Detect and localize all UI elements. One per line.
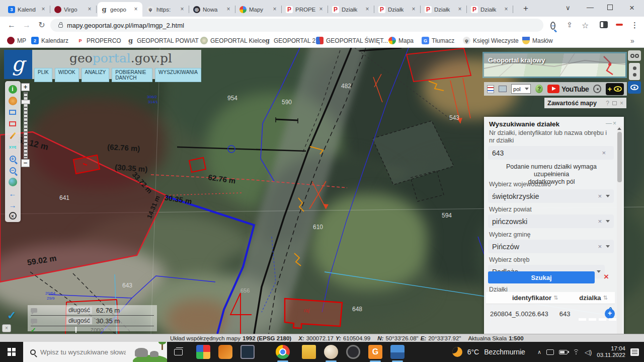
comment-icon[interactable] xyxy=(31,308,37,313)
parcel-number-input[interactable] xyxy=(492,149,593,157)
map-viewport[interactable]: 51.12 m (62.76 m) (30.35 m) 33.72 m 62.7… xyxy=(0,48,644,334)
scroll-up-icon[interactable] xyxy=(617,127,621,130)
bookmark-properco[interactable]: P PROPERCO xyxy=(76,35,121,46)
chevron-down-icon[interactable] xyxy=(597,270,601,273)
new-tab-button[interactable]: + xyxy=(523,4,528,14)
tab-properco[interactable]: P PROPE × xyxy=(283,2,328,17)
comment-icon[interactable] xyxy=(31,319,37,323)
tab-dzialki-2[interactable]: P Działk × xyxy=(375,2,420,17)
pan-tool[interactable] xyxy=(8,96,18,106)
accept-measurement-icon[interactable]: ✓ xyxy=(7,309,16,322)
tab-kalendarz[interactable]: 3 Kalend × xyxy=(5,2,50,17)
binoculars-button[interactable] xyxy=(628,50,641,61)
zoom-slider-handle[interactable] xyxy=(21,100,30,104)
display-tray-icon[interactable] xyxy=(546,349,554,355)
add-parcel-icon[interactable]: + xyxy=(605,309,615,319)
app-photos-grid[interactable] xyxy=(196,345,210,359)
bookmark-geoportal-2[interactable]: g GEOPORTAL 2 xyxy=(264,35,315,46)
taskbar-search[interactable] xyxy=(23,342,167,362)
tab-https[interactable]: ψ https: × xyxy=(144,2,189,17)
full-extent-tool[interactable] xyxy=(8,177,18,187)
tab-close-icon[interactable]: × xyxy=(271,6,278,13)
menu-wyszukiwania[interactable]: WYSZUKIWANIA xyxy=(155,68,201,82)
tab-close-icon[interactable]: × xyxy=(132,6,139,13)
app-image-viewer[interactable] xyxy=(240,345,255,359)
tab-virgo[interactable]: Virgo × xyxy=(51,2,96,17)
commune-select[interactable]: Pińczów × xyxy=(488,240,614,253)
bookmark-geoportal-swietokrzyskie[interactable]: GEOPORTAL ŚWIĘT... xyxy=(316,35,388,46)
layers-restore-icon[interactable] xyxy=(612,101,617,105)
tab-close-icon[interactable]: × xyxy=(456,6,463,13)
clear-selection-tool[interactable] xyxy=(8,119,18,129)
youtube-link[interactable]: YouTube xyxy=(547,85,589,93)
reload-icon[interactable]: ↻ xyxy=(35,19,48,32)
chevron-down-icon[interactable] xyxy=(606,195,610,197)
wms-print-icon[interactable] xyxy=(499,86,507,92)
notification-center-icon[interactable] xyxy=(630,348,639,356)
volume-icon[interactable]: ◁) xyxy=(585,348,592,356)
side-panel-icon[interactable] xyxy=(600,21,608,28)
measurement-close-button[interactable]: × xyxy=(2,324,11,332)
col-dzialka[interactable]: dzialka xyxy=(579,294,601,302)
menu-plik[interactable]: PLIK xyxy=(34,68,52,82)
tab-close-icon[interactable]: × xyxy=(86,6,93,13)
weather-moon-icon[interactable] xyxy=(452,347,462,357)
bookmark-maslow[interactable]: Masłów xyxy=(522,35,553,46)
tab-close-icon[interactable]: × xyxy=(364,6,371,13)
mini-widget-stack[interactable] xyxy=(629,63,640,80)
tab-close-icon[interactable]: × xyxy=(503,6,510,13)
start-button[interactable] xyxy=(0,342,23,362)
zoom-in-tool[interactable]: + xyxy=(8,154,18,164)
xy-coordinates-tool[interactable]: XY€ xyxy=(8,142,18,152)
bookmark-geoportal-kielce[interactable]: GEOPORTAL Kielce xyxy=(200,35,265,46)
clock[interactable]: 17:04 03.11.2022 xyxy=(597,345,625,358)
geoportal-logo[interactable]: g xyxy=(4,50,32,79)
select-area-tool[interactable] xyxy=(8,107,18,117)
layers-close-icon[interactable]: × xyxy=(620,100,623,107)
zoom-slider-plus[interactable]: + xyxy=(21,83,30,91)
gear-icon[interactable] xyxy=(593,85,601,93)
clear-icon[interactable]: × xyxy=(602,149,606,157)
tab-nowa[interactable]: ◎ Nowa × xyxy=(190,2,235,17)
taskbar-search-input[interactable] xyxy=(40,348,126,356)
zoom-out-tool[interactable]: − xyxy=(8,165,18,175)
share-icon[interactable]: ⇪ xyxy=(567,21,573,29)
app-g-document[interactable]: G xyxy=(368,345,382,359)
tab-close-icon[interactable]: × xyxy=(410,6,417,13)
tab-close-icon[interactable]: × xyxy=(40,6,47,13)
measure-pencil-tool[interactable] xyxy=(8,130,18,140)
tab-close-icon[interactable]: × xyxy=(179,6,186,13)
bookmark-tlumacz[interactable]: G Tłumacz xyxy=(422,35,454,46)
tray-expand-icon[interactable]: ∧ xyxy=(537,349,541,355)
tab-dzialki-3[interactable]: P Działk × xyxy=(422,2,466,17)
app-paint[interactable] xyxy=(324,345,338,359)
tab-geoportal-active[interactable]: g geopo × xyxy=(98,2,142,17)
tab-close-icon[interactable]: × xyxy=(225,6,232,13)
layers-bar[interactable]: Zawartość mapy ? × xyxy=(544,98,626,108)
panel-close-icon[interactable]: × xyxy=(613,120,616,127)
previous-view-tool[interactable]: ← xyxy=(8,188,18,198)
cancel-search-icon[interactable]: × xyxy=(604,272,609,282)
chevron-down-icon[interactable] xyxy=(606,245,610,248)
extension-icon[interactable] xyxy=(616,24,623,26)
app-outlook[interactable] xyxy=(218,345,232,359)
window-close-button[interactable]: × xyxy=(629,3,634,13)
url-text[interactable]: mapy.geoportal.gov.pl/imap/Imgp_2.html xyxy=(67,22,184,29)
chevron-down-icon[interactable] xyxy=(606,220,610,223)
bookmark-kalendarz[interactable]: 2 Kalendarz xyxy=(31,35,68,46)
tab-close-icon[interactable]: × xyxy=(317,6,325,13)
language-select[interactable]: pol xyxy=(511,84,531,94)
bookmark-mapa[interactable]: Mapa xyxy=(388,35,414,46)
clear-icon[interactable]: × xyxy=(598,218,602,225)
clear-icon[interactable]: × xyxy=(598,192,602,200)
weather-text[interactable]: Bezchmurnie xyxy=(484,348,525,356)
tab-mapy[interactable]: Mapy × xyxy=(236,2,281,17)
scrollbar-thumb[interactable] xyxy=(617,132,622,182)
panel-minimize-icon[interactable]: — xyxy=(606,120,612,127)
zoom-icon[interactable]: − xyxy=(550,22,555,30)
voivodeship-select[interactable]: świętokrzyskie × xyxy=(488,189,614,203)
eye-icon[interactable] xyxy=(614,86,622,92)
bookmark-geoportal-powiat[interactable]: g GEOPORTAL POWIAT xyxy=(127,35,199,46)
app-photos-blue[interactable] xyxy=(390,345,405,359)
app-dark-circle[interactable] xyxy=(346,345,360,359)
